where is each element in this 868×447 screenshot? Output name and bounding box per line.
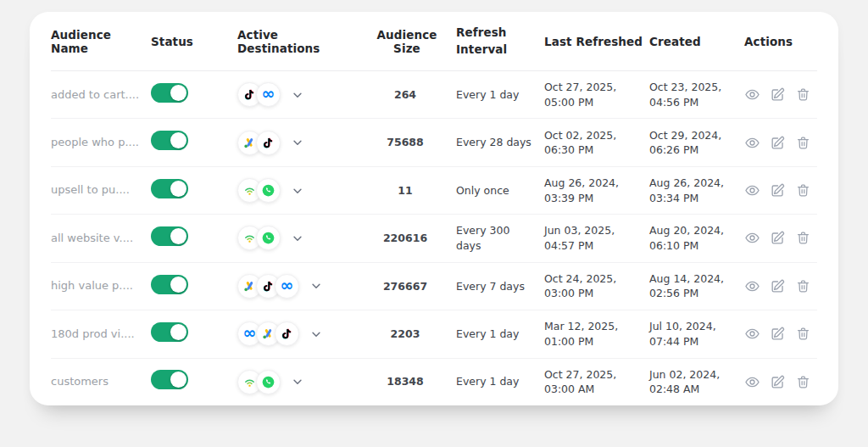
view-button[interactable]: [744, 374, 760, 390]
refresh-interval: Every 28 days: [456, 135, 544, 150]
delete-button[interactable]: [795, 230, 811, 246]
delete-button[interactable]: [795, 326, 811, 342]
delete-button[interactable]: [795, 135, 811, 151]
status-toggle[interactable]: [151, 370, 188, 389]
column-header-actions: Actions: [744, 35, 817, 48]
created-date: Oct 23, 2025, 04:56 PM: [649, 80, 744, 109]
audience-size: 276667: [363, 279, 456, 294]
column-header-active-destinations: Active Destinations: [237, 28, 363, 55]
view-button[interactable]: [744, 87, 760, 103]
meta-icon: ∞: [275, 274, 299, 299]
edit-button[interactable]: [770, 326, 786, 342]
edit-button[interactable]: [770, 230, 786, 246]
last-refreshed: Oct 24, 2025, 03:00 PM: [544, 271, 649, 301]
status-toggle[interactable]: [151, 322, 188, 342]
actions-cell: [744, 374, 817, 390]
toggle-knob: [170, 132, 186, 148]
created-date: Aug 14, 2024, 02:56 PM: [649, 271, 744, 301]
refresh-interval: Every 7 days: [456, 279, 544, 294]
toggle-knob: [170, 85, 186, 101]
toggle-knob: [170, 277, 186, 293]
audience-name: added to cart....: [51, 87, 151, 103]
audience-name: customers: [51, 374, 151, 389]
table-row: 180d prod vi.... ∞ 2203 Every 1 day Mar …: [51, 310, 817, 358]
chevron-down-icon[interactable]: [292, 89, 303, 101]
status-toggle[interactable]: [151, 275, 188, 294]
status-cell: [151, 275, 237, 299]
actions-cell: [744, 135, 817, 151]
chevron-down-icon[interactable]: [310, 328, 322, 340]
audience-name: 180d prod vi....: [51, 327, 151, 342]
audience-size: 18348: [363, 374, 456, 389]
delete-button[interactable]: [795, 87, 811, 103]
status-toggle[interactable]: [151, 131, 188, 150]
destinations-cell: [237, 370, 363, 394]
delete-button[interactable]: [795, 278, 811, 294]
status-toggle[interactable]: [151, 226, 188, 246]
destination-icons: [237, 370, 281, 394]
edit-button[interactable]: [770, 135, 786, 151]
view-button[interactable]: [744, 135, 760, 151]
whatsapp-icon: [256, 178, 281, 203]
refresh-interval: Every 1 day: [456, 374, 544, 389]
last-refreshed: Mar 12, 2025, 01:00 PM: [544, 319, 649, 349]
chevron-down-icon[interactable]: [292, 185, 303, 197]
audiences-table-card: Audience Name Status Active Destinations…: [30, 12, 838, 405]
refresh-interval: Every 300 days: [456, 223, 544, 253]
audience-size: 264: [363, 87, 456, 103]
column-header-created: Created: [649, 35, 744, 48]
view-button[interactable]: [744, 182, 760, 198]
destinations-cell: [237, 226, 363, 250]
refresh-interval: Every 1 day: [456, 87, 544, 103]
table-row: people who p.... 75688 Every 28 days Oct…: [51, 119, 817, 166]
destination-icons: [237, 131, 281, 155]
edit-button[interactable]: [770, 87, 786, 103]
column-header-refresh-interval: Refresh Interval: [456, 25, 544, 58]
actions-cell: [744, 87, 817, 103]
audience-size: 2203: [363, 327, 456, 342]
audience-name: upsell to pu....: [51, 182, 151, 198]
column-header-last-refreshed: Last Refreshed: [544, 35, 649, 48]
status-toggle[interactable]: [151, 83, 188, 103]
actions-cell: [744, 182, 817, 198]
destinations-cell: [237, 178, 363, 203]
tiktok-icon: [256, 131, 281, 155]
status-cell: [151, 131, 237, 154]
view-button[interactable]: [744, 230, 760, 246]
chevron-down-icon[interactable]: [310, 280, 322, 292]
actions-cell: [744, 326, 817, 342]
status-cell: [151, 322, 237, 346]
destinations-cell: ∞: [237, 274, 363, 299]
delete-button[interactable]: [795, 182, 811, 198]
created-date: Jun 02, 2024, 02:48 AM: [649, 367, 744, 397]
refresh-interval: Every 1 day: [456, 327, 544, 342]
last-refreshed: Jun 03, 2025, 04:57 PM: [544, 223, 649, 253]
audience-size: 11: [363, 183, 456, 198]
destination-icons: [237, 178, 281, 203]
chevron-down-icon[interactable]: [292, 232, 303, 244]
last-refreshed: Aug 26, 2024, 03:39 PM: [544, 176, 649, 205]
toggle-knob: [170, 324, 186, 340]
column-header-status: Status: [151, 35, 237, 48]
edit-button[interactable]: [770, 182, 786, 198]
chevron-down-icon[interactable]: [292, 376, 303, 388]
audience-name: people who p....: [51, 135, 151, 150]
status-toggle[interactable]: [151, 179, 188, 198]
table-header: Audience Name Status Active Destinations…: [51, 12, 817, 71]
edit-button[interactable]: [770, 278, 786, 294]
edit-button[interactable]: [770, 374, 786, 390]
view-button[interactable]: [744, 326, 760, 342]
toggle-knob: [170, 372, 186, 388]
audience-size: 75688: [363, 135, 456, 150]
destinations-cell: ∞: [237, 321, 363, 346]
chevron-down-icon[interactable]: [292, 137, 303, 148]
delete-button[interactable]: [795, 374, 811, 390]
view-button[interactable]: [744, 278, 760, 294]
destinations-cell: [237, 131, 363, 155]
tiktok-icon: [275, 321, 299, 346]
table-row: upsell to pu.... 11 Only once Aug 26, 20…: [51, 167, 817, 215]
status-cell: [151, 179, 237, 203]
meta-icon: ∞: [256, 82, 281, 107]
table-row: customers 18348 Every 1 day Oct 27, 2025…: [51, 359, 817, 405]
column-header-audience-size: Audience Size: [363, 28, 456, 55]
